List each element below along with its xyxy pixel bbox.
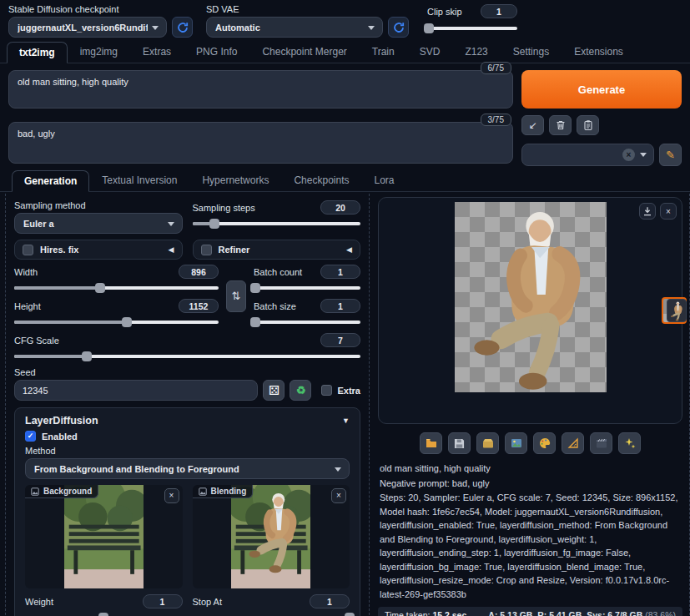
reuse-seed-button[interactable]: ♻ bbox=[290, 380, 311, 401]
prompt-zone: 6/75 old man sitting, high quality 3/75 … bbox=[0, 63, 690, 169]
paste-params-button[interactable]: ↙ bbox=[521, 115, 544, 135]
batch-count-label: Batch count bbox=[254, 267, 302, 277]
refresh-checkpoint-button[interactable] bbox=[172, 17, 193, 38]
thumbnail-2-image bbox=[670, 301, 683, 321]
batch-count-slider[interactable] bbox=[254, 283, 360, 293]
height-value[interactable]: 1152 bbox=[179, 299, 219, 313]
image-icon bbox=[199, 487, 207, 496]
checkpoint-select[interactable]: juggernautXL_version6Rundiffusion.safete… bbox=[8, 17, 167, 38]
subtab-generation[interactable]: Generation bbox=[12, 170, 89, 192]
send-to-video-button[interactable] bbox=[590, 432, 612, 454]
stop-at-value[interactable]: 1 bbox=[310, 594, 350, 608]
tab-extras[interactable]: Extras bbox=[130, 41, 184, 63]
cfg-block: CFG Scale 7 bbox=[14, 333, 360, 361]
layerdiffusion-panel: LayerDiffusion ▼ ✓ Enabled Method From B… bbox=[14, 407, 360, 616]
subtab-hypernetworks[interactable]: Hypernetworks bbox=[189, 169, 281, 191]
clear-prompt-button[interactable] bbox=[549, 115, 572, 135]
seed-input[interactable]: 12345 bbox=[14, 380, 258, 401]
status-footer: Time taken: 15.2 sec. A: 5.13 GB, R: 5.4… bbox=[378, 607, 682, 616]
blending-image bbox=[231, 485, 310, 588]
send-to-inpaint-button[interactable] bbox=[533, 432, 556, 454]
clear-styles-icon[interactable]: × bbox=[622, 149, 635, 161]
batch-size-block: Batch size 1 bbox=[254, 299, 360, 327]
tab-txt2img[interactable]: txt2img bbox=[7, 42, 68, 63]
remove-background-image-button[interactable]: × bbox=[164, 488, 179, 503]
hires-fix-checkbox[interactable] bbox=[23, 245, 33, 255]
sampling-steps-slider[interactable] bbox=[193, 219, 361, 229]
enabled-checkbox[interactable]: ✓ bbox=[25, 431, 36, 442]
width-slider[interactable] bbox=[14, 283, 219, 293]
dimensions-block: Width 896 Height 1152 bbox=[14, 265, 219, 327]
cfg-value[interactable]: 7 bbox=[320, 333, 360, 347]
negative-prompt-input[interactable]: bad, ugly bbox=[8, 122, 513, 164]
batch-size-value[interactable]: 1 bbox=[320, 299, 360, 313]
tab-png-info[interactable]: PNG Info bbox=[184, 41, 249, 63]
save-zip-button[interactable] bbox=[476, 432, 499, 454]
apply-styles-button[interactable] bbox=[577, 115, 599, 135]
download-image-button[interactable] bbox=[639, 203, 656, 220]
remove-blending-image-button[interactable]: × bbox=[331, 488, 346, 503]
blending-image-upload[interactable]: Blending × bbox=[193, 485, 350, 588]
collapse-down-icon[interactable]: ▼ bbox=[342, 417, 350, 425]
enhance-button[interactable] bbox=[618, 432, 641, 454]
collapse-left-icon[interactable]: ◀ bbox=[346, 245, 352, 254]
refiner-checkbox[interactable] bbox=[201, 245, 212, 255]
dice-icon: ⚄ bbox=[269, 383, 280, 398]
tab-train[interactable]: Train bbox=[360, 41, 407, 63]
sampling-method-select[interactable]: Euler a bbox=[14, 213, 183, 234]
tab-img2img[interactable]: img2img bbox=[68, 41, 130, 63]
background-image-chip: Background bbox=[25, 485, 98, 498]
subtab-lora[interactable]: Lora bbox=[361, 169, 406, 191]
tab-settings[interactable]: Settings bbox=[501, 41, 562, 63]
save-image-button[interactable] bbox=[448, 432, 471, 454]
width-value[interactable]: 896 bbox=[179, 265, 219, 279]
generate-button[interactable]: Generate bbox=[521, 70, 682, 109]
refiner-toggle[interactable]: Refiner ◀ bbox=[193, 240, 361, 260]
weight-value[interactable]: 1 bbox=[143, 594, 183, 608]
batch-count-block: Batch count 1 bbox=[254, 265, 360, 293]
blending-label: Blending bbox=[211, 487, 247, 496]
batch-size-slider[interactable] bbox=[254, 317, 360, 327]
edit-styles-button[interactable]: ✎ bbox=[659, 144, 682, 166]
sampling-method-value: Euler a bbox=[23, 219, 164, 229]
open-folder-button[interactable] bbox=[420, 432, 442, 454]
tab-z123[interactable]: Z123 bbox=[452, 41, 500, 63]
send-to-img2img-button[interactable] bbox=[505, 432, 527, 454]
layerdiffusion-header[interactable]: LayerDiffusion ▼ bbox=[25, 415, 350, 427]
mem-percent: (83.6%) bbox=[645, 610, 676, 616]
weight-slider[interactable] bbox=[25, 613, 183, 616]
memory-stats: A: 5.13 GB, R: 5.41 GB, Sys: 6.7/8 GB (8… bbox=[488, 610, 676, 616]
swap-dimensions-button[interactable]: ⇅ bbox=[226, 280, 246, 312]
stop-at-slider[interactable] bbox=[193, 613, 350, 616]
thumbnail-2[interactable] bbox=[667, 299, 687, 322]
clip-skip-slider[interactable] bbox=[427, 23, 517, 33]
random-seed-button[interactable]: ⚄ bbox=[263, 380, 285, 401]
tab-svd[interactable]: SVD bbox=[407, 41, 453, 63]
layerdiffusion-enabled-toggle[interactable]: ✓ Enabled bbox=[25, 431, 350, 442]
prompt-input[interactable]: old man sitting, high quality bbox=[8, 70, 513, 109]
extra-seed-checkbox[interactable] bbox=[321, 385, 332, 396]
collapse-left-icon[interactable]: ◀ bbox=[169, 245, 174, 254]
clip-skip-value[interactable]: 1 bbox=[481, 4, 517, 18]
hires-fix-toggle[interactable]: Hires. fix ◀ bbox=[14, 240, 183, 260]
tab-extensions[interactable]: Extensions bbox=[562, 41, 636, 63]
background-image-upload[interactable]: Background × bbox=[25, 485, 183, 588]
send-to-extras-button[interactable] bbox=[562, 432, 584, 454]
palette-icon bbox=[539, 437, 551, 449]
close-preview-button[interactable]: × bbox=[660, 203, 677, 220]
refresh-vae-button[interactable] bbox=[388, 17, 409, 38]
subtab-checkpoints[interactable]: Checkpoints bbox=[281, 169, 361, 191]
cfg-slider[interactable] bbox=[14, 351, 360, 361]
height-slider[interactable] bbox=[14, 317, 219, 327]
extra-seed-toggle[interactable]: Extra bbox=[321, 385, 360, 396]
vae-select[interactable]: Automatic bbox=[206, 17, 383, 38]
styles-dropdown[interactable]: × bbox=[521, 144, 654, 166]
tab-checkpoint-merger[interactable]: Checkpoint Merger bbox=[249, 41, 359, 63]
subtab-textual-inversion[interactable]: Textual Inversion bbox=[89, 169, 189, 191]
info-prompt: old man sitting, high quality bbox=[380, 462, 681, 476]
batch-count-value[interactable]: 1 bbox=[320, 265, 360, 279]
sampling-steps-value[interactable]: 20 bbox=[320, 200, 360, 215]
generated-image-preview[interactable] bbox=[455, 202, 607, 392]
method-select[interactable]: From Background and Blending to Foregrou… bbox=[25, 458, 350, 479]
vae-value: Automatic bbox=[215, 23, 364, 33]
